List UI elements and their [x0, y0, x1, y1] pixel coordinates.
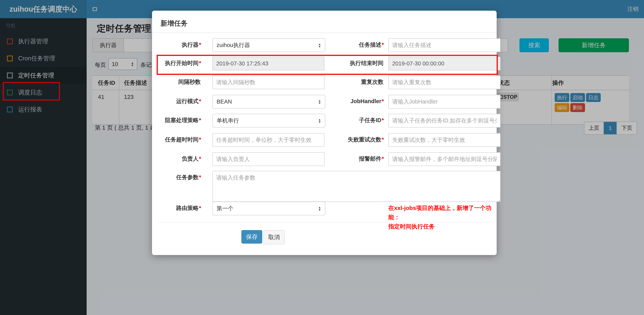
start-time-label: 执行开始时间* [158, 57, 201, 70]
timeout-label: 任务超时时间* [158, 133, 201, 146]
executor-label: 执行器* [158, 38, 201, 51]
block-strategy-select[interactable]: 单机串行 ▲▼ [212, 114, 325, 128]
repeat-count-label: 重复次数 [340, 76, 384, 88]
end-time-input[interactable] [388, 57, 500, 70]
job-desc-label: 任务描述* [340, 38, 384, 51]
block-strategy-select-value: 单机串行 [216, 117, 239, 125]
add-task-modal: 新增任务 执行器* zuihou执行器 ▲▼ 任务描述* 执行开始时间* 执行结… [152, 11, 497, 255]
select-caret-icon: ▲▼ [318, 118, 321, 123]
job-param-textarea[interactable] [212, 171, 500, 202]
interval-label: 间隔秒数 [158, 76, 201, 88]
executor-select-value: zuihou执行器 [216, 41, 250, 49]
fail-retry-label: 失败重试次数* [340, 133, 384, 146]
block-strategy-label: 阻塞处理策略* [158, 114, 201, 127]
child-job-id-label: 子任务ID* [340, 114, 384, 127]
fail-retry-input[interactable] [388, 133, 500, 147]
job-param-label: 任务参数* [158, 171, 201, 184]
alarm-email-label: 报警邮件* [340, 152, 384, 165]
run-mode-select-value: BEAN [216, 99, 232, 105]
run-mode-select[interactable]: BEAN ▲▼ [212, 95, 325, 109]
author-label: 负责人* [158, 152, 201, 165]
modal-title: 新增任务 [160, 19, 188, 28]
job-handler-input[interactable] [388, 95, 500, 109]
select-caret-icon: ▲▼ [318, 206, 321, 211]
alarm-email-input[interactable] [388, 152, 500, 166]
timeout-input[interactable] [212, 133, 324, 147]
child-job-id-input[interactable] [388, 114, 500, 128]
app-root: zuihou任务调度中心 注销 导航 执行器管理 Cron任务管理 定时任务管理… [0, 0, 644, 315]
executor-select[interactable]: zuihou执行器 ▲▼ [212, 38, 325, 52]
save-button[interactable]: 保存 [241, 230, 262, 244]
run-mode-label: 运行模式* [158, 95, 201, 108]
feature-note: 在xxl-jobs项目的基础上，新增了一个功能： 指定时间执行任务 [388, 203, 497, 231]
feature-note-line2: 指定时间执行任务 [388, 222, 497, 231]
repeat-count-input[interactable] [388, 76, 500, 89]
modal-footer-divider [158, 222, 493, 222]
cancel-button[interactable]: 取消 [264, 230, 285, 244]
start-time-input[interactable] [212, 57, 324, 70]
route-strategy-select-value: 第一个 [216, 205, 234, 212]
interval-input[interactable] [212, 76, 324, 89]
route-strategy-select[interactable]: 第一个 ▲▼ [212, 202, 325, 215]
job-handler-label: JobHandler* [340, 95, 384, 108]
select-caret-icon: ▲▼ [318, 99, 321, 104]
job-desc-input[interactable] [388, 38, 500, 52]
select-caret-icon: ▲▼ [318, 43, 321, 48]
route-strategy-label: 路由策略* [158, 202, 201, 215]
feature-note-line1: 在xxl-jobs项目的基础上，新增了一个功能： [388, 203, 497, 222]
author-input[interactable] [212, 152, 324, 166]
end-time-label: 执行结束时间 [340, 57, 384, 70]
modal-header-divider [152, 33, 497, 33]
